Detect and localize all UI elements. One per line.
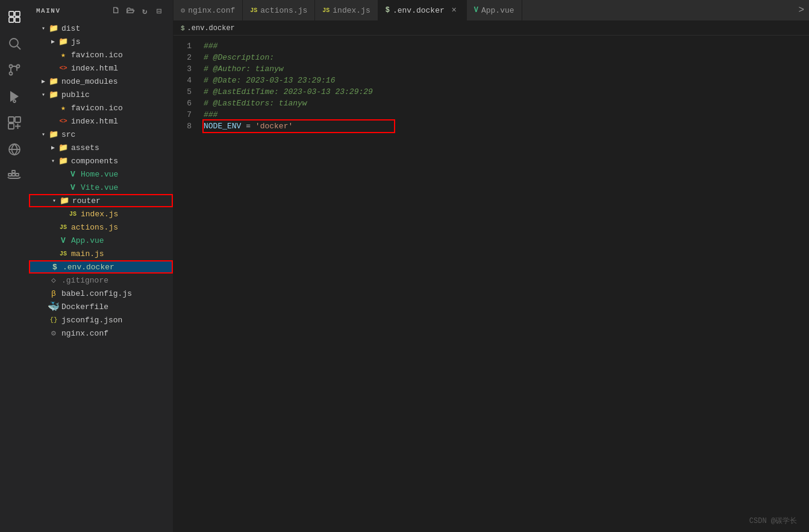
tree-label: index.js (81, 210, 118, 219)
tree-label: babel.config.js (61, 289, 132, 298)
remote-activity-icon[interactable] (2, 137, 27, 161)
line-number: 2 (173, 52, 204, 63)
tree-item-assets[interactable]: ▶ 📁 assets (29, 141, 173, 154)
editor-content[interactable]: 1 ### 2 # @Description: 3 # @Author: tia… (173, 36, 809, 532)
tree-item-vite-vue[interactable]: V Vite.vue (29, 181, 173, 194)
new-folder-icon[interactable]: 🗁 (125, 5, 137, 17)
tab-close-button[interactable]: × (449, 5, 459, 15)
expand-arrow: ▾ (39, 25, 48, 32)
code-line-5: 5 # @LastEditTime: 2023-03-13 23:29:29 (173, 86, 809, 98)
refresh-icon[interactable]: ↻ (139, 5, 151, 17)
tab-nginx-conf[interactable]: ⚙ nginx.conf (173, 0, 243, 20)
json-icon: {} (48, 316, 59, 324)
tree-label: components (71, 157, 118, 166)
docker-icon: 🐳 (48, 301, 59, 313)
tab-icon-env: $ (386, 6, 390, 14)
tree-item-node-modules[interactable]: ▶ 📁 node_modules (29, 75, 173, 88)
vue-icon: V (67, 183, 78, 192)
tree-item-gitignore[interactable]: ◇ .gitignore (29, 274, 173, 287)
svg-rect-11 (8, 117, 14, 122)
sidebar-title: MAINV (36, 7, 61, 14)
new-file-icon[interactable]: 🗋 (110, 5, 122, 17)
tab-icon-actions: JS (250, 7, 257, 14)
tree-item-favicon-public[interactable]: ★ favicon.ico (29, 101, 173, 114)
tab-label: App.vue (481, 6, 514, 15)
star-icon: ★ (58, 50, 69, 60)
tree-label: router (72, 196, 101, 205)
tree-item-babel-config[interactable]: β babel.config.js (29, 287, 173, 300)
svg-rect-15 (8, 174, 11, 176)
explorer-activity-icon[interactable] (2, 5, 27, 29)
tree-item-public[interactable]: ▾ 📁 public (29, 88, 173, 101)
main-area: ⚙ nginx.conf JS actions.js JS index.js $… (173, 0, 809, 532)
tree-label: favicon.ico (71, 104, 123, 113)
tree-item-router[interactable]: ▾ 📁 router (29, 194, 173, 207)
tree-item-jsconfig[interactable]: {} jsconfig.json (29, 313, 173, 327)
docker-activity-icon[interactable] (2, 164, 27, 188)
sidebar: MAINV 🗋 🗁 ↻ ⊟ ▾ 📁 dist ▶ 📁 js ★ favicon (29, 0, 173, 532)
more-tabs-button[interactable]: > (793, 0, 809, 20)
run-debug-activity-icon[interactable] (2, 84, 27, 108)
svg-point-8 (10, 72, 13, 75)
svg-rect-18 (12, 171, 15, 173)
tree-item-favicon-dist[interactable]: ★ favicon.ico (29, 48, 173, 61)
search-activity-icon[interactable] (2, 31, 27, 55)
tree-label: js (71, 37, 81, 46)
tree-label: dist (61, 24, 80, 33)
sidebar-tree: ▾ 📁 dist ▶ 📁 js ★ favicon.ico <> index.h… (29, 22, 173, 532)
code-line-1: 1 ### (173, 40, 809, 52)
chevron-right-icon: > (798, 5, 804, 16)
tree-label: main.js (71, 249, 104, 258)
breadcrumb-label: .env.docker (187, 24, 235, 33)
tree-item-dist[interactable]: ▾ 📁 dist (29, 22, 173, 35)
source-control-activity-icon[interactable] (2, 58, 27, 82)
folder-icon: 📁 (48, 90, 59, 99)
babel-icon: β (48, 289, 59, 298)
svg-rect-1 (15, 11, 20, 16)
line-content: # @Date: 2023-03-13 23:29:16 (204, 75, 809, 86)
tree-item-main-js[interactable]: JS main.js (29, 247, 173, 260)
line-number: 6 (173, 98, 204, 109)
expand-arrow: ▶ (48, 38, 58, 45)
tab-app-vue[interactable]: V App.vue (467, 0, 522, 20)
folder-icon: 📁 (48, 23, 59, 33)
tree-item-src[interactable]: ▾ 📁 src (29, 128, 173, 141)
tab-actions-js[interactable]: JS actions.js (243, 0, 315, 20)
activity-bar (0, 0, 29, 532)
folder-icon: 📁 (58, 143, 69, 152)
svg-point-4 (10, 39, 18, 47)
svg-rect-3 (15, 17, 20, 22)
line-number: 8 (173, 120, 204, 132)
expand-arrow: ▾ (49, 197, 59, 204)
breadcrumb-file-icon: $ (181, 25, 185, 32)
tree-label: Vite.vue (81, 183, 118, 192)
tree-item-components[interactable]: ▾ 📁 components (29, 154, 173, 167)
extensions-activity-icon[interactable] (2, 111, 27, 135)
tree-item-env-docker[interactable]: $ .env.docker (29, 260, 173, 274)
tree-label: Dockerfile (61, 302, 108, 311)
code-line-8: 8 NODE_ENV = 'docker' (173, 120, 809, 132)
expand-arrow: ▾ (48, 157, 58, 164)
tab-label: index.js (333, 6, 370, 15)
tab-label: nginx.conf (188, 6, 235, 15)
tree-item-app-vue[interactable]: V App.vue (29, 234, 173, 247)
tree-item-home-vue[interactable]: V Home.vue (29, 167, 173, 181)
code-line-4: 4 # @Date: 2023-03-13 23:29:16 (173, 75, 809, 86)
tree-label: .env.docker (63, 263, 114, 272)
tab-env-docker[interactable]: $ .env.docker × (378, 0, 467, 20)
tree-item-nginx-conf[interactable]: ⚙ nginx.conf (29, 327, 173, 340)
tree-item-index-html-public[interactable]: <> index.html (29, 114, 173, 128)
tree-label: .gitignore (61, 276, 108, 285)
js-icon: JS (58, 224, 69, 231)
tree-item-router-index[interactable]: JS index.js (29, 207, 173, 221)
collapse-all-icon[interactable]: ⊟ (154, 5, 166, 17)
tree-item-actions-js[interactable]: JS actions.js (29, 221, 173, 234)
line-content: ### (204, 109, 809, 120)
tree-item-dockerfile[interactable]: 🐳 Dockerfile (29, 300, 173, 313)
js-icon: JS (58, 251, 69, 257)
tree-item-js[interactable]: ▶ 📁 js (29, 35, 173, 48)
tree-item-index-html-dist[interactable]: <> index.html (29, 61, 173, 75)
expand-arrow: ▶ (39, 78, 48, 85)
tab-index-js[interactable]: JS index.js (315, 0, 378, 20)
tree-label: actions.js (71, 223, 118, 232)
